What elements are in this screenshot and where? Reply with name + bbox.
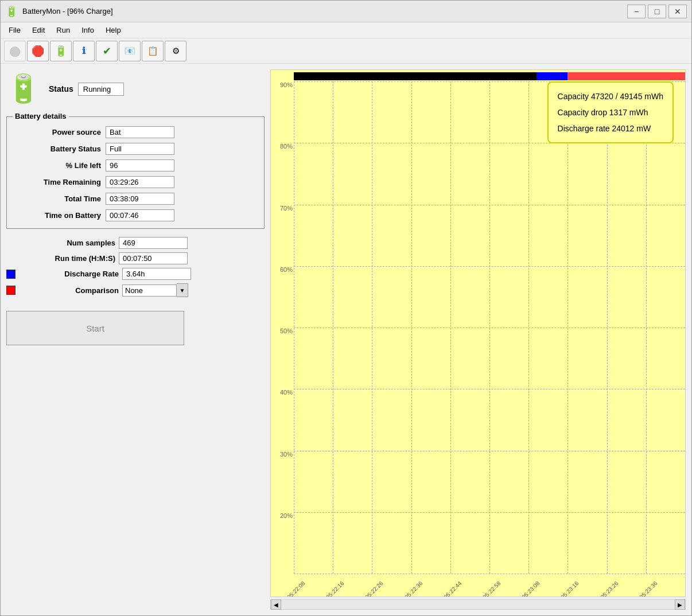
power-source-value: Bat xyxy=(106,126,174,138)
start-button-wrapper: Start xyxy=(6,311,265,345)
num-samples-value: 469 xyxy=(119,237,188,249)
time-on-battery-value: 00:07:46 xyxy=(106,209,174,221)
menu-info[interactable]: Info xyxy=(76,24,100,37)
dropdown-arrow-icon[interactable]: ▼ xyxy=(177,283,188,297)
window-title: BatteryMon - [96% Charge] xyxy=(22,7,623,15)
detail-power-source: Power source Bat xyxy=(14,126,257,138)
scroll-left-button[interactable]: ◀ xyxy=(271,599,281,610)
toolbar-stop-button[interactable]: 🛑 xyxy=(27,41,49,61)
time-remaining-label: Time Remaining xyxy=(14,178,106,186)
start-button[interactable]: Start xyxy=(6,311,184,345)
app-icon: 🔋 xyxy=(5,5,18,18)
discharge-rate-row: Discharge Rate 3.64h xyxy=(6,268,265,280)
toolbar: ⬤ 🛑 🔋 ℹ ✔ 📧 📋 ⚙ xyxy=(1,38,691,64)
status-group: Status Running xyxy=(49,83,124,96)
menu-bar: File Edit Run Info Help xyxy=(1,22,691,38)
detail-time-remaining: Time Remaining 03:29:26 xyxy=(14,176,257,188)
toolbar-settings-button[interactable]: ⚙ xyxy=(165,41,186,61)
detail-total-time: Total Time 03:38:09 xyxy=(14,193,257,205)
total-time-label: Total Time xyxy=(14,194,106,203)
battery-details-group: Battery details Power source Bat Battery… xyxy=(6,116,265,229)
window-controls: − □ ✕ xyxy=(627,5,687,18)
life-left-value: 96 xyxy=(106,159,174,171)
right-panel: 90% 80% 70% 60% 50% 40% 30% 20% xyxy=(270,69,686,610)
charge-bar-black xyxy=(294,72,537,80)
battery-status-label: Battery Status xyxy=(14,145,106,153)
tooltip-discharge-rate: Discharge rate 24012 mW xyxy=(558,120,663,137)
menu-help[interactable]: Help xyxy=(100,24,127,37)
left-panel: 🔋 Status Running Battery details Power s… xyxy=(6,69,265,610)
detail-time-on-battery: Time on Battery 00:07:46 xyxy=(14,209,257,221)
main-area: 🔋 Status Running Battery details Power s… xyxy=(1,64,691,615)
status-value: Running xyxy=(78,83,124,96)
menu-file[interactable]: File xyxy=(3,24,26,37)
minimize-button[interactable]: − xyxy=(627,5,646,18)
y-axis: 90% 80% 70% 60% 50% 40% 30% 20% xyxy=(271,81,294,574)
time-on-battery-label: Time on Battery xyxy=(14,211,106,220)
toolbar-battery-button[interactable]: 🔋 xyxy=(50,41,72,61)
comparison-select-wrapper: None ▼ xyxy=(122,283,188,297)
scroll-right-button[interactable]: ▶ xyxy=(675,599,685,610)
comparison-row: Comparison None ▼ xyxy=(6,283,265,297)
maximize-button[interactable]: □ xyxy=(648,5,666,18)
scroll-track[interactable] xyxy=(281,600,675,609)
comparison-color-box xyxy=(6,286,15,295)
run-time-row: Run time (H:M:S) 00:07:50 xyxy=(6,252,265,264)
detail-battery-status: Battery Status Full xyxy=(14,143,257,155)
close-button[interactable]: ✕ xyxy=(668,5,687,18)
horizontal-scrollbar: ◀ ▶ xyxy=(270,599,686,610)
chart-tooltip: Capacity 47320 / 49145 mWh Capacity drop… xyxy=(547,81,674,143)
total-time-value: 03:38:09 xyxy=(106,193,174,205)
toolbar-email-button[interactable]: 📧 xyxy=(119,41,141,61)
charge-bar xyxy=(294,72,685,80)
detail-life-left: % Life left 96 xyxy=(14,159,257,171)
title-bar: 🔋 BatteryMon - [96% Charge] − □ ✕ xyxy=(1,1,691,22)
toolbar-check-button[interactable]: ✔ xyxy=(96,41,118,61)
menu-edit[interactable]: Edit xyxy=(26,24,50,37)
chart-container: 90% 80% 70% 60% 50% 40% 30% 20% xyxy=(270,69,686,597)
status-row: 🔋 Status Running xyxy=(6,69,265,111)
tooltip-capacity-drop: Capacity drop 1317 mWh xyxy=(558,104,663,120)
chart-area: 90% 80% 70% 60% 50% 40% 30% 20% xyxy=(271,81,685,574)
discharge-rate-label: Discharge Rate xyxy=(19,270,119,278)
charge-bar-red xyxy=(567,72,685,80)
num-samples-row: Num samples 469 xyxy=(6,237,265,249)
toolbar-info-button[interactable]: ℹ xyxy=(73,41,95,61)
power-source-label: Power source xyxy=(14,128,106,137)
toolbar-record-button[interactable]: ⬤ xyxy=(4,41,26,61)
life-left-label: % Life left xyxy=(14,161,106,170)
status-label: Status xyxy=(49,84,73,93)
tooltip-capacity: Capacity 47320 / 49145 mWh xyxy=(558,88,663,104)
run-time-value: 00:07:50 xyxy=(119,252,188,264)
discharge-color-box xyxy=(6,270,15,279)
menu-run[interactable]: Run xyxy=(50,24,76,37)
comparison-select[interactable]: None xyxy=(122,284,177,297)
chart-inner: 90% 80% 70% 60% 50% 40% 30% 20% xyxy=(271,70,685,596)
comparison-label: Comparison xyxy=(19,286,119,295)
discharge-rate-value: 3.64h xyxy=(122,268,191,280)
stats-section: Num samples 469 Run time (H:M:S) 00:07:5… xyxy=(6,235,265,299)
group-legend: Battery details xyxy=(13,112,69,120)
toolbar-clip-button[interactable]: 📋 xyxy=(142,41,164,61)
num-samples-label: Num samples xyxy=(6,239,115,247)
time-remaining-value: 03:29:26 xyxy=(106,176,174,188)
charge-bar-blue xyxy=(537,72,568,80)
run-time-label: Run time (H:M:S) xyxy=(6,254,115,263)
battery-status-value: Full xyxy=(106,143,174,155)
battery-icon: 🔋 xyxy=(6,72,41,106)
grid-area: 05:22:08 05:22:16 05:22:26 05:22:36 05:2… xyxy=(294,81,685,574)
main-window: 🔋 BatteryMon - [96% Charge] − □ ✕ File E… xyxy=(0,0,692,616)
